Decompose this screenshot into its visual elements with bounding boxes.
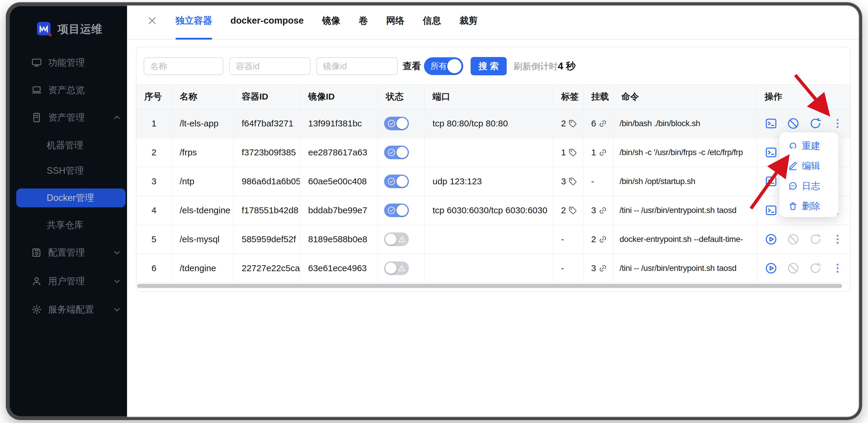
cell-container-id: 585959def52f <box>234 225 301 254</box>
status-toggle[interactable] <box>384 261 409 275</box>
tab-label: 卷 <box>359 14 368 27</box>
toggle-knob <box>397 118 408 129</box>
cell-name: /tdengine <box>172 254 234 283</box>
column-header-name: 名称 <box>172 85 234 109</box>
menu-item-edit[interactable]: 编辑 <box>779 156 838 176</box>
tab-prune[interactable]: 裁剪 <box>459 2 478 39</box>
table-row: 5/els-mysql585959def52f8189e588b0e8-2doc… <box>136 225 851 254</box>
tab-label: 独立容器 <box>176 14 212 27</box>
status-toggle[interactable] <box>384 203 409 217</box>
start-button[interactable] <box>765 233 778 246</box>
tab-docker-compose[interactable]: docker-compose <box>230 2 304 39</box>
cell-image-id: 63e61ece4963 <box>301 254 378 283</box>
table-row: 3/ntp986a6d1a6b0560ae5e00c408udp 123:123… <box>136 167 851 196</box>
tab-info[interactable]: 信息 <box>423 2 441 39</box>
sidebar-item-asset-mgmt[interactable]: 资产管理 <box>16 108 126 127</box>
cell-container-id: f64f7baf3271 <box>234 109 301 138</box>
start-button[interactable] <box>765 262 778 275</box>
sidebar-item-label: 配置管理 <box>48 246 85 259</box>
app-logo: 项目运维 <box>36 21 102 37</box>
tags-count: 2 <box>561 119 566 129</box>
menu-item-delete[interactable]: 删除 <box>779 196 838 216</box>
view-label: 查看 <box>403 60 421 72</box>
tab-volumes[interactable]: 卷 <box>359 2 368 39</box>
cell-name: /lt-els-app <box>172 109 234 138</box>
cell-container-id: 986a6d1a6b05 <box>234 167 301 196</box>
filter-bar: 查看 所有 搜 索 刷新倒计时4 秒 <box>144 57 843 75</box>
sidebar-item-docker-mgmt[interactable]: Docker管理 <box>16 189 126 207</box>
menu-item-label: 删除 <box>802 200 820 213</box>
mounts-count: 1 <box>591 148 596 157</box>
cell-container-id: f3723b09f385 <box>234 138 301 167</box>
tab-networks[interactable]: 网络 <box>386 2 404 39</box>
terminal-button[interactable] <box>765 204 778 217</box>
tab-label: 信息 <box>423 14 441 27</box>
column-header-image_id: 镜像ID <box>301 85 378 109</box>
sidebar-item-shared-repo[interactable]: 共享仓库 <box>16 216 126 234</box>
search-button[interactable]: 搜 索 <box>471 57 507 75</box>
tab-images[interactable]: 镜像 <box>322 2 340 39</box>
toggle-knob <box>447 59 462 73</box>
sidebar-item-label: 功能管理 <box>48 57 85 69</box>
status-toggle[interactable] <box>384 232 409 246</box>
horizontal-scrollbar-thumb[interactable] <box>137 284 842 288</box>
mounts-count: 3 <box>591 205 596 215</box>
table-row: 4/els-tdenginef178551b42d8bddab7be99e7tc… <box>136 196 851 225</box>
stop-button-disabled[interactable] <box>787 233 800 246</box>
user-icon <box>31 275 42 287</box>
terminal-button[interactable] <box>765 175 778 188</box>
image-id-filter-input[interactable] <box>316 57 398 75</box>
sidebar-item-ssh-mgmt[interactable]: SSH管理 <box>16 161 126 180</box>
tab-standalone-containers[interactable]: 独立容器 <box>176 2 212 39</box>
sidebar-item-user-mgmt[interactable]: 用户管理 <box>16 272 126 291</box>
sidebar: 项目运维 功能管理 资产总览 资产管理 机器管理 SSH管理 Docker管理 … <box>6 2 127 420</box>
restart-button-disabled[interactable] <box>809 262 822 275</box>
column-header-container_id: 容器ID <box>234 85 301 109</box>
terminal-button[interactable] <box>765 146 778 159</box>
stop-button[interactable] <box>787 117 800 130</box>
cell-container-id: 22727e22c5ca <box>234 254 301 283</box>
sidebar-item-function-mgmt[interactable]: 功能管理 <box>16 53 126 72</box>
menu-item-logs[interactable]: 日志 <box>779 176 838 196</box>
more-actions-button[interactable] <box>831 117 844 130</box>
sidebar-item-config-mgmt[interactable]: 配置管理 <box>16 243 126 262</box>
table-row: 6/tdengine22727e22c5ca63e61ece4963-3/tin… <box>136 254 851 283</box>
cell-command: docker-entrypoint.sh --default-time- <box>614 225 757 254</box>
sidebar-item-server-config[interactable]: 服务端配置 <box>16 300 126 319</box>
more-actions-button[interactable] <box>831 262 844 275</box>
restart-button-disabled[interactable] <box>809 233 822 246</box>
cell-ports <box>425 138 553 167</box>
cell-ports: tcp 6030:6030/tcp 6030:6030 <box>425 196 553 225</box>
row-action-menu: 重建 编辑 日志 删除 <box>779 132 838 217</box>
close-icon[interactable] <box>147 15 157 26</box>
sidebar-item-asset-overview[interactable]: 资产总览 <box>16 80 126 100</box>
cell-mounts: 2 <box>584 225 614 254</box>
horizontal-scrollbar <box>136 284 851 288</box>
column-header-status: 状态 <box>378 85 425 109</box>
tags-count: 2 <box>561 205 566 215</box>
monitor-icon <box>31 57 42 68</box>
scope-toggle[interactable]: 所有 <box>424 57 463 75</box>
cell-name: /frps <box>172 138 234 167</box>
cell-mounts: - <box>584 167 614 196</box>
cell-tags: 2 <box>553 196 584 225</box>
more-actions-button[interactable] <box>831 233 844 246</box>
cell-ports: udp 123:123 <box>425 167 553 196</box>
chevron-up-icon <box>113 113 121 122</box>
container-id-filter-input[interactable] <box>229 57 311 75</box>
terminal-button[interactable] <box>765 117 778 130</box>
restart-button[interactable] <box>809 117 822 130</box>
name-filter-input[interactable] <box>144 57 223 75</box>
status-toggle[interactable] <box>384 145 409 159</box>
tab-label: 网络 <box>386 14 404 27</box>
cell-mounts: 6 <box>584 109 614 138</box>
menu-item-rebuild[interactable]: 重建 <box>779 136 838 156</box>
sidebar-item-label: 共享仓库 <box>47 219 83 231</box>
stop-button-disabled[interactable] <box>787 262 800 275</box>
warning-icon <box>397 235 406 244</box>
tab-label: 裁剪 <box>459 14 478 27</box>
status-toggle[interactable] <box>384 117 409 130</box>
status-toggle[interactable] <box>384 174 409 188</box>
sidebar-item-machine-mgmt[interactable]: 机器管理 <box>16 136 126 155</box>
edit-icon <box>788 161 798 171</box>
